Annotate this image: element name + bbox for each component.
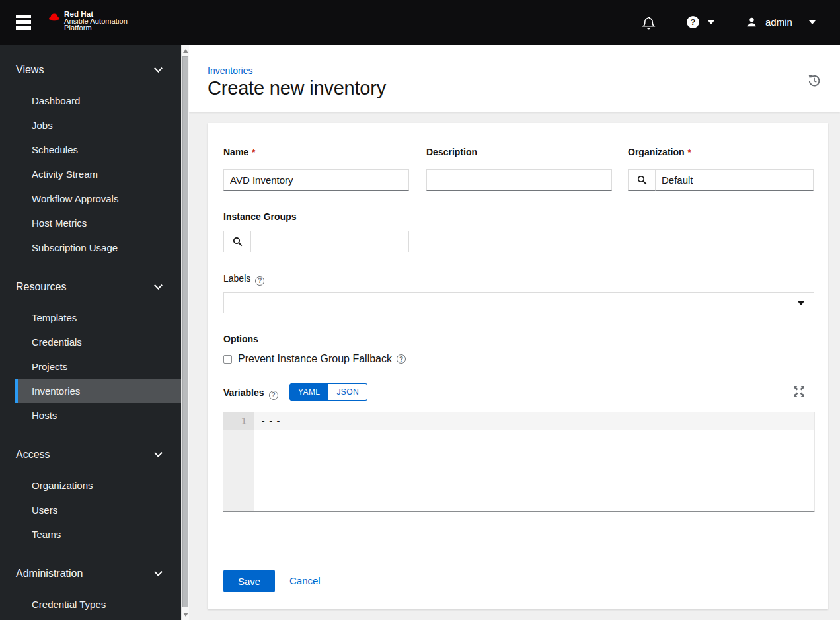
scroll-up-icon: [183, 49, 188, 53]
brand-line-1: Red Hat: [64, 11, 128, 18]
sidebar-item-inventories[interactable]: Inventories: [0, 379, 181, 403]
sidebar-item-schedules[interactable]: Schedules: [0, 137, 181, 162]
options-label: Options: [223, 334, 258, 344]
editor-code-content[interactable]: ---: [260, 412, 283, 430]
sidebar-item-users[interactable]: Users: [0, 498, 181, 522]
caret-down-icon: [809, 20, 816, 24]
sidebar-item-projects[interactable]: Projects: [0, 354, 181, 379]
description-input[interactable]: [426, 169, 612, 191]
required-asterisk: *: [252, 147, 255, 157]
bell-icon: [642, 16, 656, 30]
create-inventory-form-card: Name* Description Organization* Instance…: [208, 123, 828, 609]
editor-active-line: [223, 412, 814, 430]
page-scrollbar[interactable]: [181, 45, 189, 620]
sidebar-section-administration: Administration Credential Types: [0, 555, 181, 620]
chevron-down-icon: [154, 568, 163, 576]
sidebar-item-templates[interactable]: Templates: [0, 305, 181, 330]
sidebar-section-views: Views Dashboard Jobs Schedules Activity …: [0, 56, 181, 268]
sidebar-item-dashboard[interactable]: Dashboard: [0, 89, 181, 113]
sidebar-item-organizations[interactable]: Organizations: [0, 473, 181, 498]
question-circle-icon: ?: [687, 16, 699, 28]
sidebar-section-header-access[interactable]: Access: [0, 440, 181, 469]
search-icon: [637, 175, 647, 185]
organization-lookup: [628, 169, 814, 191]
chevron-down-icon: [154, 281, 163, 290]
expand-arrows-icon: [794, 386, 804, 397]
sidebar-item-workflow-approvals[interactable]: Workflow Approvals: [0, 186, 181, 211]
prevent-fallback-label: Prevent Instance Group Fallback: [238, 353, 392, 365]
labels-help-icon[interactable]: ?: [255, 276, 264, 286]
page-header: Inventories Create new inventory: [189, 45, 840, 112]
sidebar-section-header-views[interactable]: Views: [0, 56, 181, 85]
sidebar-nav: Views Dashboard Jobs Schedules Activity …: [0, 45, 181, 620]
sidebar-section-header-administration[interactable]: Administration: [0, 559, 181, 588]
sidebar-section-header-resources[interactable]: Resources: [0, 272, 181, 301]
sidebar-item-jobs[interactable]: Jobs: [0, 113, 181, 137]
yaml-toggle-button[interactable]: YAML: [289, 383, 328, 401]
brand-text: Red Hat Ansible Automation Platform: [64, 11, 128, 32]
sidebar-section-access: Access Organizations Users Teams: [0, 436, 181, 555]
hamburger-icon: [16, 15, 31, 18]
user-menu-button[interactable]: admin: [745, 16, 816, 28]
instance-groups-label: Instance Groups: [223, 212, 296, 222]
cancel-button[interactable]: Cancel: [289, 570, 321, 592]
description-label: Description: [426, 147, 477, 157]
instance-groups-lookup: [223, 231, 409, 252]
variables-help-icon[interactable]: ?: [269, 391, 278, 400]
help-menu-button[interactable]: ?: [687, 16, 714, 28]
sidebar-item-activity-stream[interactable]: Activity Stream: [0, 162, 181, 186]
breadcrumb-inventories-link[interactable]: Inventories: [208, 65, 252, 76]
chevron-down-icon: [154, 64, 163, 73]
chevron-down-icon: [154, 449, 163, 457]
masthead: Red Hat Ansible Automation Platform ? ad…: [0, 0, 840, 45]
variables-mode-toggle: YAML JSON: [289, 383, 367, 401]
notifications-button[interactable]: [642, 16, 656, 30]
save-button[interactable]: Save: [223, 570, 275, 592]
variables-code-editor[interactable]: 1 ---: [223, 412, 815, 512]
prevent-fallback-help-icon[interactable]: ?: [397, 354, 406, 364]
search-icon: [233, 237, 243, 247]
editor-expand-button[interactable]: [794, 386, 804, 397]
sidebar-item-teams[interactable]: Teams: [0, 522, 181, 547]
sidebar-item-credentials[interactable]: Credentials: [0, 330, 181, 354]
organization-label: Organization*: [628, 147, 691, 157]
organization-search-button[interactable]: [628, 169, 656, 191]
caret-down-icon: [708, 20, 714, 24]
scroll-down-button[interactable]: [182, 609, 189, 619]
labels-label: Labels?: [223, 273, 264, 286]
main-content: Inventories Create new inventory Name* D…: [189, 45, 840, 620]
activity-history-button[interactable]: [808, 74, 821, 87]
sidebar-item-host-metrics[interactable]: Host Metrics: [0, 211, 181, 235]
instance-groups-search-button[interactable]: [223, 231, 251, 252]
prevent-fallback-checkbox[interactable]: [223, 355, 232, 364]
brand-logo: Red Hat Ansible Automation Platform: [48, 11, 128, 32]
history-icon: [808, 74, 821, 87]
labels-select[interactable]: [223, 292, 814, 313]
variables-label: Variables?: [223, 387, 278, 400]
scroll-down-icon: [183, 613, 188, 617]
scrollbar-thumb[interactable]: [182, 56, 188, 607]
brand-line-3: Platform: [64, 24, 128, 32]
page-title: Create new inventory: [208, 77, 386, 99]
name-input[interactable]: [223, 169, 409, 191]
sidebar-section-resources: Resources Templates Credentials Projects…: [0, 268, 181, 436]
username-label: admin: [765, 17, 792, 28]
caret-down-icon: [798, 301, 804, 305]
scroll-up-button[interactable]: [182, 46, 189, 56]
sidebar-item-subscription-usage[interactable]: Subscription Usage: [0, 235, 181, 260]
instance-groups-input[interactable]: [251, 231, 409, 252]
name-label: Name*: [223, 147, 255, 157]
nav-toggle-button[interactable]: [16, 15, 31, 30]
editor-line-number: 1: [223, 412, 254, 430]
user-icon: [745, 16, 758, 28]
organization-input[interactable]: [656, 169, 814, 191]
sidebar-item-hosts[interactable]: Hosts: [0, 403, 181, 428]
json-toggle-button[interactable]: JSON: [328, 383, 367, 401]
required-asterisk: *: [688, 147, 691, 157]
prevent-fallback-option: Prevent Instance Group Fallback ?: [223, 353, 406, 365]
redhat-fedora-icon: [48, 12, 61, 22]
sidebar-item-credential-types[interactable]: Credential Types: [0, 592, 181, 617]
